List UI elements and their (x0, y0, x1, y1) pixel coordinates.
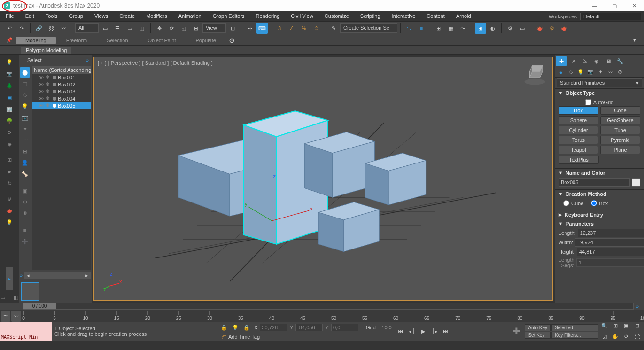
menu-interactive[interactable]: Interactive (386, 11, 421, 21)
align-button[interactable]: ≡ (416, 23, 427, 34)
list-item[interactable]: 👁❄Box001 (32, 74, 91, 81)
set-key-button[interactable]: Set Key (525, 332, 551, 339)
mirror-button[interactable]: ⇋ (403, 23, 415, 34)
helpers-subtab-icon[interactable]: ✦ (596, 69, 605, 75)
filter-helpers-icon[interactable]: ✦ (20, 124, 30, 134)
teapot-small-icon[interactable]: 🫖 (3, 205, 16, 216)
coord-system-dropdown[interactable]: View (202, 23, 226, 33)
isolate-selection-icon[interactable]: 💡 (230, 322, 241, 333)
hierarchy-tab[interactable]: ⇲ (579, 56, 590, 66)
list-item[interactable]: 👁❄Box002 (32, 81, 91, 88)
ribbon-tab-object-paint[interactable]: Object Paint (139, 37, 186, 44)
ribbon-tab-populate[interactable]: Populate (186, 37, 225, 44)
object-color-swatch[interactable] (632, 178, 640, 187)
prev-frame-button[interactable]: ◂⎪ (407, 326, 417, 336)
ribbon-toggle-icon[interactable]: ⏻ (226, 35, 238, 46)
list-item[interactable]: 👁❄Box004 (32, 95, 91, 102)
autogrid-checkbox[interactable] (585, 99, 591, 105)
orbit-icon[interactable]: ⟳ (621, 332, 631, 342)
filter-geometry-icon[interactable]: ▢ (20, 78, 30, 89)
modify-tab[interactable]: ↗ (567, 56, 579, 66)
camera-icon[interactable]: 📷 (3, 69, 16, 79)
menu-edit[interactable]: Edit (20, 11, 40, 21)
time-ruler[interactable]: 〜 〰 051015202530354045505560657075808590… (0, 310, 644, 322)
loop-icon[interactable]: ↻ (3, 178, 16, 188)
viewport-thumbnail[interactable] (21, 282, 39, 301)
workspaces-dropdown[interactable]: Default (580, 13, 641, 20)
geometry-subtab-icon[interactable]: ● (557, 70, 565, 75)
zoom-icon[interactable]: 🔍 (599, 321, 610, 331)
menu-group[interactable]: Group (63, 11, 89, 21)
forest-icon[interactable]: 🌳 (3, 116, 16, 126)
rotate-view-icon[interactable]: ⟳ (3, 127, 16, 138)
auto-key-button[interactable]: Auto Key (525, 324, 551, 331)
menu-scripting[interactable]: Scripting (355, 11, 386, 21)
selection-lock-toggle[interactable]: 🔒 (241, 322, 252, 333)
ribbon-tab-modeling[interactable]: Modeling (16, 37, 56, 44)
filter-groups-icon[interactable]: ⊞ (20, 146, 30, 156)
snap-toggle[interactable]: 3 (274, 23, 285, 34)
tube-button[interactable]: Tube (600, 126, 640, 134)
close-button[interactable]: ✕ (624, 0, 644, 11)
light-icon[interactable]: 💡 (3, 57, 16, 67)
pan-icon[interactable]: ✋ (610, 332, 621, 342)
maximize-viewport-icon[interactable]: ⛶ (632, 332, 642, 342)
width-input[interactable] (575, 238, 644, 247)
shapes-subtab-icon[interactable]: ◇ (566, 69, 575, 75)
pyramid-button[interactable]: Pyramid (600, 136, 640, 144)
lock-selection-icon[interactable]: 🔒 (218, 322, 230, 333)
union-icon[interactable]: ⊎ (3, 194, 16, 204)
scale-button[interactable]: ◱ (178, 23, 189, 34)
dope-sheet-icon[interactable]: 〰 (11, 311, 21, 322)
category-dropdown[interactable]: Standard Primitives ▾ (557, 78, 642, 87)
parameters-header[interactable]: ▼Parameters (555, 219, 644, 228)
list-item-selected[interactable]: 👁❄Box005 (32, 102, 91, 109)
sphere-button[interactable]: Sphere (559, 116, 598, 124)
z-coord-input[interactable] (331, 324, 358, 331)
filter-add-icon[interactable]: ➕ (20, 236, 30, 247)
goto-start-button[interactable]: ⏮ (396, 326, 406, 336)
filter-all-icon[interactable]: ⬤ (20, 67, 30, 78)
angle-snap-toggle[interactable]: ∠ (286, 23, 297, 34)
zoom-extents-icon[interactable]: ▣ (621, 321, 631, 331)
menu-customize[interactable]: Customize (319, 11, 355, 21)
ribbon-pin-icon[interactable]: 📌 (4, 35, 15, 46)
spinner-snap-toggle[interactable]: ⇕ (310, 23, 322, 34)
filter-frozen-icon[interactable]: ❄ (20, 197, 30, 207)
field-of-view-icon[interactable]: ◿ (599, 332, 610, 342)
bind-spacewarp-button[interactable]: 〰 (58, 23, 69, 34)
filter-spacewarps-icon[interactable]: 〰 (20, 135, 30, 145)
tree-icon[interactable]: 🌲 (3, 80, 16, 91)
layout-1-icon[interactable]: ▭ (0, 292, 9, 303)
collapse-explorer-button[interactable]: » (83, 57, 92, 63)
render-frame-button[interactable]: ▭ (517, 23, 528, 34)
ribbon-minimize-button[interactable]: ▾ (629, 35, 640, 46)
grid-icon[interactable]: ⊞ (3, 155, 16, 165)
filter-hidden-icon[interactable]: 👁 (20, 208, 30, 218)
length-input[interactable] (578, 229, 644, 237)
menu-animation[interactable]: Animation (173, 11, 207, 21)
filter-xref-icon[interactable]: 👤 (20, 157, 30, 168)
explorer-expand-arrow[interactable]: » (19, 272, 23, 279)
lights-subtab-icon[interactable]: 💡 (576, 69, 585, 75)
expand-toolbar-button[interactable]: ▸ (6, 267, 13, 290)
play-icon[interactable]: ▶ (3, 166, 16, 177)
layout-2-icon[interactable]: ◧ (10, 292, 22, 303)
keyboard-shortcut-toggle[interactable]: ⌨ (256, 23, 268, 34)
box-radio[interactable]: Box (591, 200, 608, 206)
link-button[interactable]: 🔗 (33, 23, 45, 34)
y-coord-input[interactable] (295, 324, 323, 331)
placement-button[interactable]: ⊞ (190, 23, 202, 34)
toggle-ribbon-button[interactable]: ▦ (445, 23, 457, 34)
utilities-tab[interactable]: 🔧 (614, 56, 626, 66)
move-button[interactable]: ✥ (154, 23, 165, 34)
maxscript-listener[interactable]: MAXScript Min (0, 322, 52, 341)
play-button[interactable]: ▶ (418, 326, 428, 336)
teapot-button[interactable]: Teapot (559, 146, 598, 154)
box-button[interactable]: Box (559, 106, 598, 115)
select-by-name-button[interactable]: ☰ (112, 23, 123, 34)
name-color-header[interactable]: ▼Name and Color (555, 169, 644, 177)
menu-modifiers[interactable]: Modifiers (140, 11, 173, 21)
rotate-button[interactable]: ⟳ (166, 23, 177, 34)
list-column-header[interactable]: Name (Sorted Ascending) (32, 66, 91, 74)
